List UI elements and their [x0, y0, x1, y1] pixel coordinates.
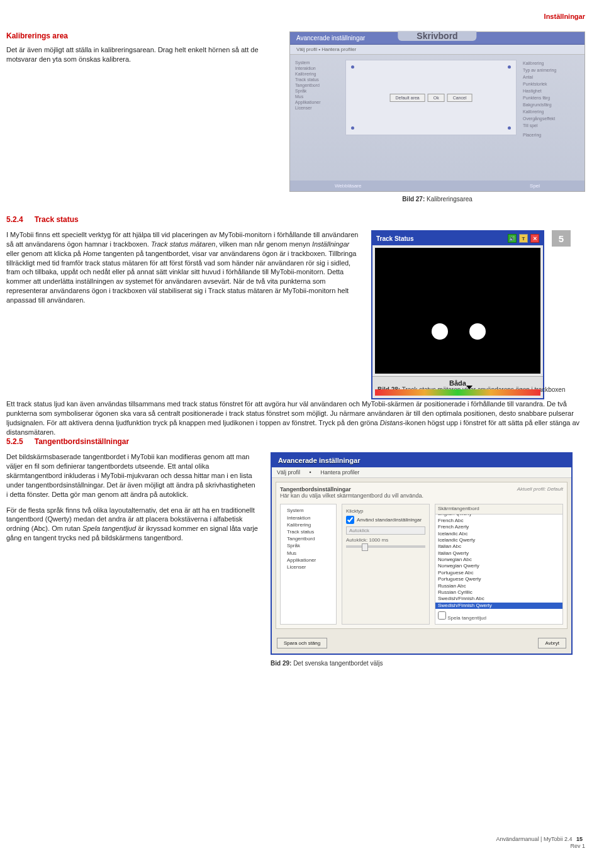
right-item: Overgångseffekt — [523, 115, 579, 122]
fig29-klick-select[interactable]: Autoklick — [346, 526, 425, 535]
sec525-num: 5.2.5 — [6, 437, 23, 446]
fig29-caption: Bid 29: Det svenska tangentbordet väljs — [271, 660, 573, 667]
fig29-menu-sep: • — [310, 469, 311, 476]
tree-item[interactable]: Track status — [295, 77, 339, 82]
tree-item[interactable]: Mus — [283, 550, 333, 557]
fig29-btn-save[interactable]: Spara och stäng — [277, 638, 327, 648]
tree-item[interactable]: Kalibrering — [295, 71, 339, 77]
fig29-slider[interactable] — [346, 545, 425, 548]
tree-item[interactable]: Språk — [295, 88, 339, 94]
fig29-profile-label: Aktuell profil: Default — [517, 486, 563, 492]
close-icon[interactable]: ✕ — [530, 234, 539, 243]
kalib-para: Det är även möjligt att ställa in kalibr… — [6, 45, 277, 64]
footer-page: 15 — [576, 836, 583, 843]
list-item[interactable]: Russian Cyrillic — [435, 589, 562, 596]
sec524-title: Track status — [35, 215, 79, 224]
list-item[interactable]: Swedish/Finnish Abc — [435, 596, 562, 602]
fig29-list-head: Skärmtangentbord — [435, 504, 562, 514]
fig27-caption: Bild 27: Kalibreringsarea — [289, 196, 585, 203]
tree-item[interactable]: Interaktion — [283, 515, 333, 521]
right-item: Kalibrering — [523, 60, 579, 67]
checkbox-icon[interactable] — [346, 516, 354, 524]
right-item: Placering — [523, 131, 579, 138]
tree-item[interactable]: Licenser — [283, 564, 333, 570]
list-item[interactable]: Icelandic Abc — [435, 531, 562, 537]
fig29-titlebar: Avancerade inställningar — [272, 453, 571, 467]
sec524-para1: I MyTobii finns ett speciellt verktyg fö… — [6, 230, 359, 305]
right-item: Antal — [523, 74, 579, 81]
fig29-tree[interactable]: SystemInteraktionKalibreringTrack status… — [280, 504, 337, 625]
list-item[interactable]: Swedish/Finnish Qwerty — [435, 603, 562, 609]
fig29-menu-item1[interactable]: Välj profil — [277, 469, 300, 476]
fig27-tree: SystemInteraktionKalibreringTrack status… — [295, 60, 339, 138]
fig29-menu[interactable]: Välj profil • Hantera profiler — [272, 467, 571, 478]
right-item: Punktens färg — [523, 94, 579, 101]
fig29-caption-label: Bid 29: — [271, 660, 291, 667]
fig29-window: Avancerade inställningar Välj profil • H… — [271, 452, 573, 655]
sec524-row: I MyTobii finns ett speciellt verktyg fö… — [6, 230, 585, 399]
footer: Användarmanual | MyTobii 2.4 15 Rev 1 — [496, 836, 585, 850]
tree-item[interactable]: Applikationer — [283, 557, 333, 564]
tree-item[interactable]: Tangentbord — [295, 82, 339, 88]
tree-item[interactable]: Tangentbord — [283, 535, 333, 542]
fig27-caption-text: Kalibreringsarea — [427, 196, 473, 203]
tree-item[interactable]: Mus — [295, 94, 339, 99]
tree-item[interactable]: Track status — [283, 528, 333, 535]
fig28-canvas — [375, 248, 540, 374]
list-item[interactable]: Norwegian Qwerty — [435, 563, 562, 569]
list-item[interactable]: Portuguese Abc — [435, 570, 562, 576]
fig27-btn-ok[interactable]: Ok — [428, 94, 445, 102]
footer-manual: Användarmanual | MyTobii 2.4 — [496, 836, 573, 842]
marker-br — [508, 126, 511, 130]
fig29-list-body[interactable]: Danish QwertyGerman AbcGerman QwertyEngl… — [435, 515, 562, 609]
list-item[interactable]: Norwegian Abc — [435, 557, 562, 563]
list-item[interactable]: French Abc — [435, 518, 562, 524]
eye-right — [469, 323, 486, 340]
fig29-klick-check[interactable]: Använd standardinställningar — [346, 516, 425, 524]
fig29-caption-text: Det svenska tangentbordet väljs — [293, 660, 383, 667]
tree-item[interactable]: System — [283, 507, 333, 514]
tree-item[interactable]: System — [295, 60, 339, 65]
fig27-btn-default[interactable]: Default area — [390, 94, 425, 102]
list-item[interactable]: Italian Qwerty — [435, 550, 562, 557]
marker-tr — [508, 65, 511, 69]
right-item: Kalibrering — [523, 108, 579, 115]
fig27-calib-area: Default area Ok Cancel — [345, 60, 517, 135]
fig27-screenshot: Skrivbord Avancerade inställningar Välj … — [289, 31, 585, 192]
checkbox-icon[interactable] — [438, 611, 446, 620]
arrow-icon — [466, 386, 473, 389]
fig27-app-title: Skrivbord — [398, 31, 476, 41]
list-item[interactable]: Icelandic Qwerty — [435, 537, 562, 543]
distance-icon[interactable]: T — [519, 234, 528, 243]
list-item[interactable]: French Azerty — [435, 524, 562, 530]
footer-item[interactable]: Webbläsare — [335, 183, 362, 189]
fig27-btn-cancel[interactable]: Cancel — [447, 94, 473, 102]
page-header: Inställningar — [6, 13, 585, 20]
list-item[interactable]: Russian Abc — [435, 583, 562, 589]
fig29-menu-item2[interactable]: Hantera profiler — [320, 469, 359, 476]
fig29-btn-cancel[interactable]: Avbryt — [538, 638, 566, 648]
tree-item[interactable]: Licenser — [295, 105, 339, 111]
list-item[interactable]: Portuguese Qwerty — [435, 576, 562, 582]
right-item: Hastighet — [523, 87, 579, 94]
fig28-titlebar: Track Status 🔊 T ✕ — [372, 231, 543, 245]
eye-left — [432, 323, 448, 340]
fig28-window: Track Status 🔊 T ✕ Båda — [371, 230, 544, 399]
sound-icon[interactable]: 🔊 — [508, 234, 517, 243]
list-item[interactable]: Italian Abc — [435, 543, 562, 550]
tree-item[interactable]: Språk — [283, 542, 333, 549]
fig29-list-check[interactable]: Spela tangentljud — [435, 609, 562, 624]
marker-bl — [351, 126, 354, 130]
fig29-klick-speed: Autoklick: 1000 ms — [346, 537, 425, 543]
tree-item[interactable]: Applikationer — [295, 99, 339, 105]
fig29-klick-panel: Klicktyp Använd standardinställningar Au… — [342, 504, 430, 625]
fig27-right-panel: KalibreringTyp av animeringAntalPunktsto… — [523, 60, 579, 138]
fig29-list: Skärmtangentbord Danish QwertyGerman Abc… — [435, 504, 563, 625]
right-item: Bakgrundsfärg — [523, 101, 579, 108]
tree-item[interactable]: Interaktion — [295, 65, 339, 71]
tree-item[interactable]: Kalibrering — [283, 521, 333, 528]
sec524-num: 5.2.4 — [6, 215, 23, 224]
footer-item[interactable]: Spel — [530, 183, 540, 189]
footer-rev: Rev 1 — [570, 843, 585, 849]
kalib-row: Kalibrerings area Det är även möjligt at… — [6, 31, 585, 203]
